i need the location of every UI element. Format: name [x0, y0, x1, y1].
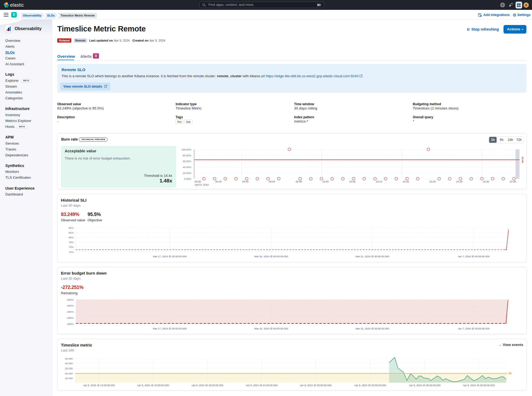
svg-text:40.00%: 40.00% — [183, 166, 192, 169]
svg-text:Apr 8, 2024 @ 12:00:00.000: Apr 8, 2024 @ 12:00:00.000 — [83, 384, 115, 387]
svg-text:10:25: 10:25 — [456, 180, 463, 183]
svg-text:60.00%: 60.00% — [183, 160, 192, 163]
svg-text:10:05: 10:05 — [349, 180, 356, 183]
svg-text:20.00%: 20.00% — [183, 172, 192, 174]
svg-text:09:55: 09:55 — [296, 180, 302, 183]
svg-text:84%: 84% — [69, 226, 74, 229]
svg-text:10:00: 10:00 — [322, 180, 329, 183]
svg-text:74%: 74% — [69, 251, 74, 254]
svg-text:45.000: 45.000 — [65, 357, 73, 360]
svg-text:35.000: 35.000 — [65, 367, 73, 370]
svg-text:10:15: 10:15 — [403, 180, 409, 183]
svg-text:10:35: 10:35 — [510, 180, 516, 183]
svg-text:Apr 8, 2024 @ 18:00:00.000: Apr 8, 2024 @ 18:00:00.000 — [191, 384, 223, 387]
svg-text:09:45: 09:45 — [242, 180, 249, 183]
svg-text:Apr 9, 2024 @ 06:00:00.000: Apr 9, 2024 @ 06:00:00.000 — [409, 384, 441, 387]
svg-text:-400%: -400% — [67, 316, 74, 319]
svg-text:Apr 7, 2024 @ 00:00:00.000: Apr 7, 2024 @ 00:00:00.000 — [458, 327, 490, 330]
svg-text:Apr 9, 2024 @ 03:00:00.000: Apr 9, 2024 @ 03:00:00.000 — [354, 384, 386, 387]
svg-text:80.00%: 80.00% — [183, 154, 192, 157]
svg-text:09:35: 09:35 — [195, 180, 201, 183]
svg-text:-450%: -450% — [67, 322, 74, 325]
svg-text:10:10: 10:10 — [376, 180, 382, 183]
svg-text:76%: 76% — [69, 246, 74, 248]
svg-text:30.000: 30.000 — [65, 372, 73, 375]
svg-text:-300%: -300% — [67, 304, 74, 307]
svg-text:100.00%: 100.00% — [181, 148, 191, 151]
svg-text:April 9, 2024: April 9, 2024 — [195, 183, 209, 186]
svg-text:Apr 9, 2024 @ 00:00:00.000: Apr 9, 2024 @ 00:00:00.000 — [300, 384, 332, 387]
svg-text:Mar 24, 2024 @ 00:00:00.000: Mar 24, 2024 @ 00:00:00.000 — [254, 327, 288, 330]
svg-text:Mar 31, 2024 @ 00:00:00.000: Mar 31, 2024 @ 00:00:00.000 — [356, 327, 389, 330]
svg-text:Apr 8, 2024 @ 15:00:00.000: Apr 8, 2024 @ 15:00:00.000 — [137, 384, 169, 387]
svg-text:Apr 7, 2024 @ 00:00:00.000: Apr 7, 2024 @ 00:00:00.000 — [458, 255, 490, 258]
svg-text:10:20: 10:20 — [429, 180, 436, 183]
svg-text:80%: 80% — [69, 236, 74, 239]
svg-text:Mar 17, 2024 @ 00:00:00.000: Mar 17, 2024 @ 00:00:00.000 — [153, 327, 187, 330]
svg-text:09:40: 09:40 — [215, 180, 222, 183]
svg-text:Mar 17, 2024 @ 00:00:00.000: Mar 17, 2024 @ 00:00:00.000 — [153, 255, 187, 258]
svg-text:40.000: 40.000 — [65, 362, 73, 365]
svg-text:Apr 8, 2024 @ 21:00:00.000: Apr 8, 2024 @ 21:00:00.000 — [246, 384, 278, 387]
svg-text:0.00%: 0.00% — [184, 177, 191, 180]
svg-text:-250%: -250% — [67, 298, 74, 301]
svg-text:Mar 24, 2024 @ 00:00:00.000: Mar 24, 2024 @ 00:00:00.000 — [254, 255, 288, 258]
svg-text:78%: 78% — [69, 241, 74, 244]
svg-text:Mar 31, 2024 @ 00:00:00.000: Mar 31, 2024 @ 00:00:00.000 — [356, 255, 389, 258]
svg-text:30: 30 — [508, 372, 512, 375]
svg-text:14.4x: 14.4x — [521, 157, 524, 163]
svg-text:25.000: 25.000 — [65, 377, 73, 380]
svg-text:-350%: -350% — [67, 310, 74, 313]
svg-text:10:30: 10:30 — [483, 180, 489, 183]
svg-text:Apr 9, 2024 @ 09:00:00.000: Apr 9, 2024 @ 09:00:00.000 — [463, 384, 495, 387]
svg-text:09:50: 09:50 — [269, 180, 275, 183]
svg-text:82%: 82% — [69, 231, 74, 234]
